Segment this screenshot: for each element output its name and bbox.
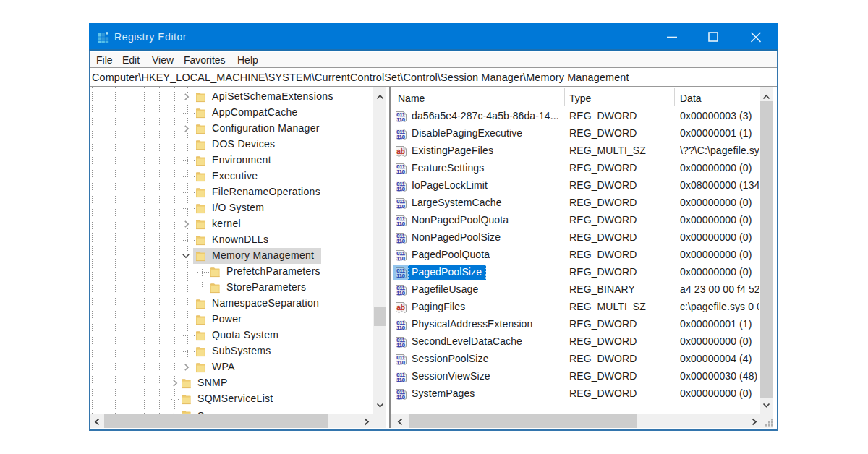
- svg-text:110: 110: [396, 238, 404, 244]
- svg-text:110: 110: [396, 220, 404, 227]
- svg-text:110: 110: [396, 203, 404, 210]
- svg-text:110: 110: [396, 342, 404, 348]
- svg-text:110: 110: [396, 359, 404, 366]
- svg-text:110: 110: [396, 394, 404, 401]
- svg-text:110: 110: [396, 116, 404, 123]
- svg-text:110: 110: [396, 255, 404, 262]
- svg-text:ab: ab: [396, 304, 405, 312]
- svg-text:110: 110: [396, 377, 404, 383]
- svg-text:110: 110: [396, 325, 404, 331]
- svg-text:110: 110: [396, 186, 404, 192]
- svg-text:110: 110: [396, 168, 404, 175]
- svg-text:110: 110: [396, 290, 404, 296]
- svg-text:110: 110: [396, 134, 404, 140]
- svg-text:ab: ab: [396, 147, 405, 155]
